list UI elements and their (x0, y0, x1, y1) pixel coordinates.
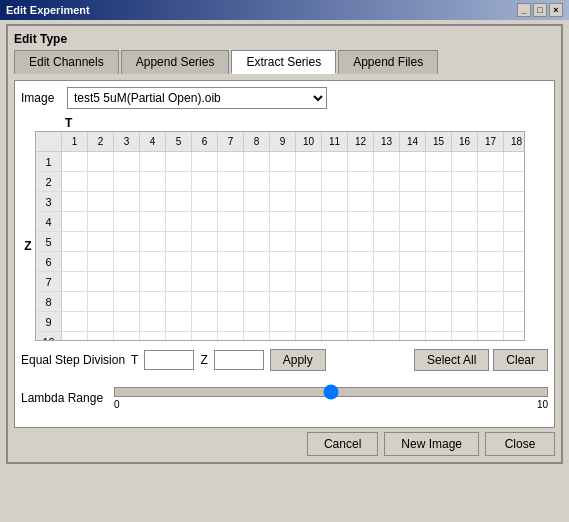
grid-cell-r2-c9[interactable] (270, 172, 296, 192)
grid-cell-r1-c18[interactable] (504, 152, 525, 172)
grid-cell-r9-c4[interactable] (140, 312, 166, 332)
grid-cell-r10-c14[interactable] (400, 332, 426, 341)
grid-cell-r2-c11[interactable] (322, 172, 348, 192)
grid-cell-r3-c2[interactable] (88, 192, 114, 212)
grid-cell-r3-c13[interactable] (374, 192, 400, 212)
grid-cell-r3-c9[interactable] (270, 192, 296, 212)
grid-cell-r3-c3[interactable] (114, 192, 140, 212)
grid-cell-r6-c15[interactable] (426, 252, 452, 272)
grid-cell-r9-c13[interactable] (374, 312, 400, 332)
grid-cell-r1-c3[interactable] (114, 152, 140, 172)
grid-cell-r7-c3[interactable] (114, 272, 140, 292)
grid-cell-r2-c16[interactable] (452, 172, 478, 192)
grid-cell-r5-c11[interactable] (322, 232, 348, 252)
grid-cell-r9-c12[interactable] (348, 312, 374, 332)
grid-cell-r10-c8[interactable] (244, 332, 270, 341)
grid-cell-r7-c9[interactable] (270, 272, 296, 292)
grid-cell-r10-c7[interactable] (218, 332, 244, 341)
grid-cell-r5-c7[interactable] (218, 232, 244, 252)
grid-cell-r2-c15[interactable] (426, 172, 452, 192)
grid-cell-r5-c16[interactable] (452, 232, 478, 252)
grid-cell-r1-c1[interactable] (62, 152, 88, 172)
grid-cell-r9-c3[interactable] (114, 312, 140, 332)
grid-cell-r1-c11[interactable] (322, 152, 348, 172)
close-window-button[interactable]: × (549, 3, 563, 17)
grid-cell-r9-c14[interactable] (400, 312, 426, 332)
grid-cell-r8-c3[interactable] (114, 292, 140, 312)
grid-cell-r6-c5[interactable] (166, 252, 192, 272)
grid-cell-r10-c18[interactable] (504, 332, 525, 341)
grid-cell-r6-c9[interactable] (270, 252, 296, 272)
grid-cell-r2-c12[interactable] (348, 172, 374, 192)
grid-cell-r5-c10[interactable] (296, 232, 322, 252)
tab-edit-channels[interactable]: Edit Channels (14, 50, 119, 74)
grid-cell-r1-c16[interactable] (452, 152, 478, 172)
grid-cell-r3-c5[interactable] (166, 192, 192, 212)
grid-cell-r6-c17[interactable] (478, 252, 504, 272)
grid-cell-r8-c13[interactable] (374, 292, 400, 312)
grid-cell-r6-c1[interactable] (62, 252, 88, 272)
grid-cell-r2-c1[interactable] (62, 172, 88, 192)
grid-cell-r1-c15[interactable] (426, 152, 452, 172)
grid-cell-r9-c8[interactable] (244, 312, 270, 332)
close-button[interactable]: Close (485, 432, 555, 456)
new-image-button[interactable]: New Image (384, 432, 479, 456)
grid-cell-r8-c11[interactable] (322, 292, 348, 312)
grid-cell-r5-c17[interactable] (478, 232, 504, 252)
grid-cell-r7-c6[interactable] (192, 272, 218, 292)
grid-cell-r3-c14[interactable] (400, 192, 426, 212)
grid-cell-r5-c1[interactable] (62, 232, 88, 252)
grid-cell-r3-c17[interactable] (478, 192, 504, 212)
grid-cell-r6-c4[interactable] (140, 252, 166, 272)
grid-cell-r7-c5[interactable] (166, 272, 192, 292)
grid-cell-r7-c10[interactable] (296, 272, 322, 292)
grid-cell-r6-c18[interactable] (504, 252, 525, 272)
grid-cell-r9-c5[interactable] (166, 312, 192, 332)
grid-cell-r1-c13[interactable] (374, 152, 400, 172)
grid-cell-r10-c17[interactable] (478, 332, 504, 341)
grid-cell-r7-c7[interactable] (218, 272, 244, 292)
title-bar-controls[interactable]: _ □ × (517, 3, 563, 17)
grid-cell-r4-c18[interactable] (504, 212, 525, 232)
grid-cell-r8-c1[interactable] (62, 292, 88, 312)
grid-cell-r10-c10[interactable] (296, 332, 322, 341)
grid-cell-r7-c17[interactable] (478, 272, 504, 292)
grid-cell-r6-c6[interactable] (192, 252, 218, 272)
grid-cell-r3-c16[interactable] (452, 192, 478, 212)
grid-cell-r4-c9[interactable] (270, 212, 296, 232)
grid-cell-r10-c3[interactable] (114, 332, 140, 341)
grid-cell-r10-c11[interactable] (322, 332, 348, 341)
grid-cell-r2-c5[interactable] (166, 172, 192, 192)
grid-cell-r4-c12[interactable] (348, 212, 374, 232)
grid-cell-r7-c16[interactable] (452, 272, 478, 292)
grid-cell-r4-c7[interactable] (218, 212, 244, 232)
grid-cell-r5-c8[interactable] (244, 232, 270, 252)
grid-scroll[interactable]: 1 2 3 4 5 6 7 8 9 10 11 (35, 131, 525, 341)
grid-cell-r8-c5[interactable] (166, 292, 192, 312)
grid-cell-r9-c10[interactable] (296, 312, 322, 332)
lambda-range-slider[interactable] (114, 387, 548, 397)
grid-cell-r3-c4[interactable] (140, 192, 166, 212)
grid-cell-r7-c13[interactable] (374, 272, 400, 292)
grid-cell-r2-c17[interactable] (478, 172, 504, 192)
grid-cell-r1-c10[interactable] (296, 152, 322, 172)
grid-cell-r7-c1[interactable] (62, 272, 88, 292)
grid-cell-r6-c10[interactable] (296, 252, 322, 272)
grid-cell-r5-c15[interactable] (426, 232, 452, 252)
grid-cell-r4-c1[interactable] (62, 212, 88, 232)
grid-cell-r4-c11[interactable] (322, 212, 348, 232)
grid-cell-r6-c2[interactable] (88, 252, 114, 272)
apply-button[interactable]: Apply (270, 349, 326, 371)
grid-cell-r9-c11[interactable] (322, 312, 348, 332)
grid-cell-r1-c17[interactable] (478, 152, 504, 172)
grid-cell-r3-c6[interactable] (192, 192, 218, 212)
grid-cell-r2-c18[interactable] (504, 172, 525, 192)
grid-cell-r4-c6[interactable] (192, 212, 218, 232)
grid-cell-r4-c17[interactable] (478, 212, 504, 232)
grid-cell-r1-c9[interactable] (270, 152, 296, 172)
grid-cell-r9-c7[interactable] (218, 312, 244, 332)
grid-cell-r9-c6[interactable] (192, 312, 218, 332)
grid-cell-r4-c5[interactable] (166, 212, 192, 232)
grid-cell-r6-c8[interactable] (244, 252, 270, 272)
grid-cell-r10-c16[interactable] (452, 332, 478, 341)
